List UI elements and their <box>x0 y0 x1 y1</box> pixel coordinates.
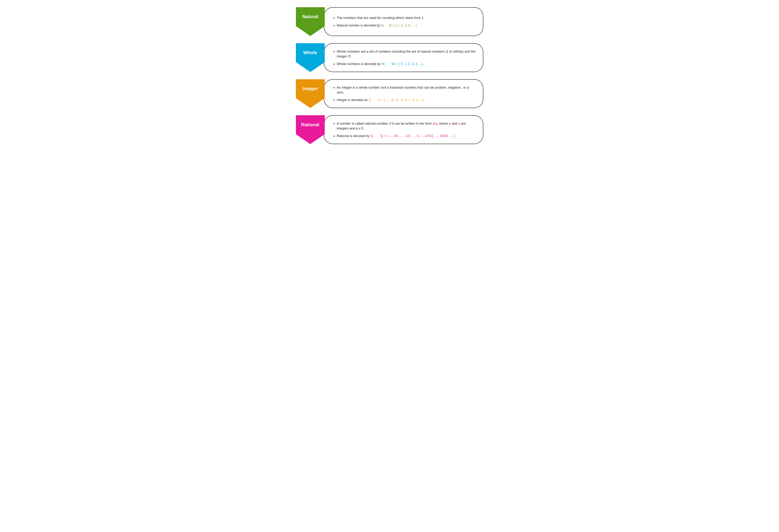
natural-label-arrow: Natural <box>296 7 325 36</box>
rational-set-notation: Q = { ..., -25, ..., -1/2, ..., 0, ..., … <box>380 134 456 138</box>
integer-info-box: An integer is a whole number (not a frac… <box>324 79 483 108</box>
integer-bullets: An integer is a whole number (not a frac… <box>332 85 476 103</box>
rational-highlight-q: q <box>458 122 460 125</box>
natural-arrow <box>296 26 325 36</box>
whole-bullet-1: Whole numbers are a set of numbers inclu… <box>337 49 476 59</box>
natural-bullet-2: Natural number is denoted by N. N = { 1,… <box>337 23 476 28</box>
rational-bullet-2: Rational is denoted by Q. Q = { ..., -25… <box>337 133 476 138</box>
natural-set-notation: N = { 1, 2, 3, 4, ... }. <box>389 23 418 27</box>
integer-arrow <box>296 98 325 108</box>
rational-bullet-2-text: Rational is denoted by <box>337 134 370 138</box>
natural-label-block: Natural <box>296 7 325 26</box>
rational-bullets: A number is called rational number, if i… <box>332 121 476 138</box>
rational-bullet-1-text: A number is called rational number, if i… <box>337 122 433 125</box>
rational-label-arrow: Rational <box>296 115 325 144</box>
integer-set-notation: Z = { ..., -3, -2, -1, 0, 1, 2, 3, ...}. <box>378 98 424 102</box>
rational-bullet-1: A number is called rational number, if i… <box>337 121 476 131</box>
rational-arrow <box>296 134 325 144</box>
rational-bullet-1-where: , where <box>437 122 449 125</box>
rational-label: Rational <box>301 122 319 127</box>
integer-label: Integer <box>303 86 318 91</box>
natural-bullet-1: The numbers that are used for counting w… <box>337 15 476 20</box>
rational-highlight-q-label: Q <box>370 134 373 138</box>
rational-section: Rational A number is called rational num… <box>296 115 483 144</box>
whole-highlight-w: W <box>381 62 384 66</box>
rational-highlight-p: p <box>449 122 451 125</box>
whole-set-notation: W = { 0, 1, 2, 3, 4, ...}. <box>392 62 424 66</box>
integer-section: Integer An integer is a whole number (no… <box>296 79 483 108</box>
whole-bullet-2: Whole numbers is denoted by W. W = { 0, … <box>337 61 476 66</box>
whole-arrow <box>296 62 325 72</box>
natural-highlight-n: N <box>381 23 383 27</box>
rational-bullet-2-dot: . <box>373 134 380 138</box>
natural-info-box: The numbers that are used for counting w… <box>324 7 483 36</box>
integer-bullet-2: Integer is denoted as Z. Z = { ..., -3, … <box>337 97 476 103</box>
integer-highlight-z: Z <box>368 98 370 102</box>
whole-bullets: Whole numbers are a set of numbers inclu… <box>332 49 476 66</box>
whole-info-box: Whole numbers are a set of numbers inclu… <box>324 43 483 72</box>
whole-bullet-2-dot: . <box>384 62 392 66</box>
integer-bullet-1: An integer is a whole number (not a frac… <box>337 85 476 95</box>
natural-bullet-2-suffix: . <box>383 23 389 27</box>
natural-label: Natural <box>302 14 318 19</box>
natural-bullets: The numbers that are used for counting w… <box>332 15 476 28</box>
whole-label: Whole <box>303 50 317 55</box>
integer-bullet-2-text: Integer is denoted as <box>337 98 369 102</box>
rational-highlight-pq: p/q <box>433 122 437 125</box>
integer-bullet-1-text: An integer is a whole number (not a frac… <box>337 85 469 94</box>
natural-bullet-1-text: The numbers that are used for counting w… <box>337 16 425 20</box>
rational-info-box: A number is called rational number, if i… <box>324 115 483 144</box>
integer-label-arrow: Integer <box>296 79 325 108</box>
natural-bullet-2-text: Natural number is denoted by <box>337 23 381 27</box>
rational-label-block: Rational <box>296 115 325 134</box>
integer-bullet-2-dot: . <box>371 98 378 102</box>
natural-section: Natural The numbers that are used for co… <box>296 7 483 36</box>
whole-bullet-2-text: Whole numbers is denoted by <box>337 62 381 66</box>
whole-section: Whole Whole numbers are a set of numbers… <box>296 43 483 72</box>
integer-label-block: Integer <box>296 79 325 98</box>
whole-label-arrow: Whole <box>296 43 325 72</box>
whole-bullet-1-text: Whole numbers are a set of numbers inclu… <box>337 50 476 58</box>
whole-label-block: Whole <box>296 43 325 62</box>
rational-bullet-1-and: and <box>451 122 458 125</box>
